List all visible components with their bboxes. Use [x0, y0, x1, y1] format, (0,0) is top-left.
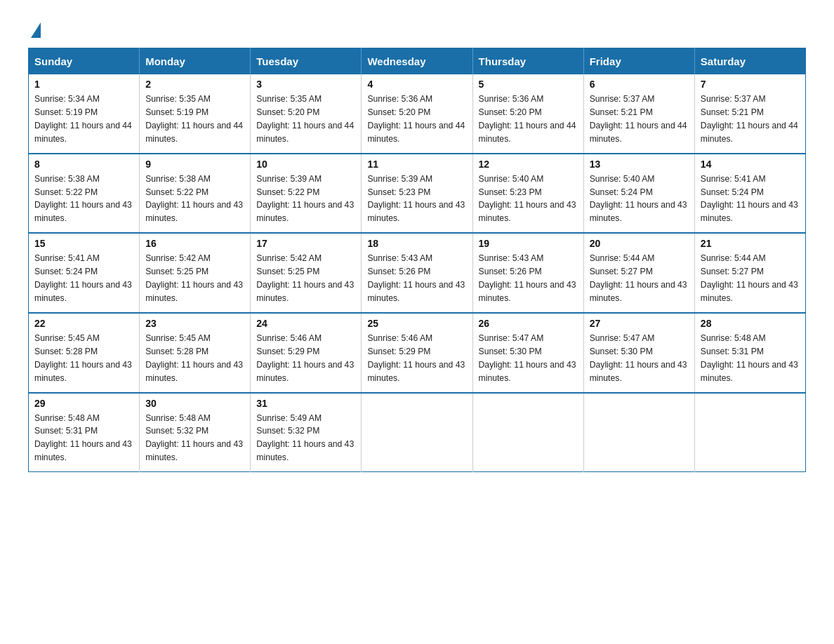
day-info: Sunrise: 5:38 AMSunset: 5:22 PMDaylight:…: [34, 173, 133, 226]
calendar-day-cell: 28 Sunrise: 5:48 AMSunset: 5:31 PMDaylig…: [694, 313, 805, 393]
calendar-day-cell: 19 Sunrise: 5:43 AMSunset: 5:26 PMDaylig…: [472, 233, 583, 313]
calendar-header-thursday: Thursday: [472, 48, 583, 75]
calendar-day-cell: 25 Sunrise: 5:46 AMSunset: 5:29 PMDaylig…: [362, 313, 472, 393]
calendar-day-cell: 5 Sunrise: 5:36 AMSunset: 5:20 PMDayligh…: [472, 74, 583, 154]
day-info: Sunrise: 5:45 AMSunset: 5:28 PMDaylight:…: [34, 332, 133, 385]
day-info: Sunrise: 5:39 AMSunset: 5:23 PMDaylight:…: [367, 173, 466, 226]
day-number: 13: [590, 159, 689, 170]
day-number: 11: [367, 159, 466, 170]
day-number: 29: [34, 398, 133, 409]
day-number: 6: [590, 79, 689, 90]
day-info: Sunrise: 5:34 AMSunset: 5:19 PMDaylight:…: [34, 93, 133, 146]
calendar-header-monday: Monday: [140, 48, 251, 75]
day-info: Sunrise: 5:48 AMSunset: 5:31 PMDaylight:…: [34, 412, 133, 465]
day-number: 8: [34, 159, 133, 170]
day-info: Sunrise: 5:41 AMSunset: 5:24 PMDaylight:…: [701, 173, 800, 226]
day-info: Sunrise: 5:41 AMSunset: 5:24 PMDaylight:…: [34, 252, 133, 305]
calendar-week-row: 1 Sunrise: 5:34 AMSunset: 5:19 PMDayligh…: [29, 74, 806, 154]
calendar-day-cell: 3 Sunrise: 5:35 AMSunset: 5:20 PMDayligh…: [251, 74, 362, 154]
calendar-day-cell: 31 Sunrise: 5:49 AMSunset: 5:32 PMDaylig…: [251, 393, 362, 472]
calendar-day-cell: 14 Sunrise: 5:41 AMSunset: 5:24 PMDaylig…: [694, 154, 805, 234]
logo-triangle-icon: [31, 22, 41, 38]
calendar-day-cell: 6 Sunrise: 5:37 AMSunset: 5:21 PMDayligh…: [583, 74, 694, 154]
calendar-day-cell: 1 Sunrise: 5:34 AMSunset: 5:19 PMDayligh…: [29, 74, 140, 154]
day-number: 31: [256, 398, 355, 409]
day-info: Sunrise: 5:42 AMSunset: 5:25 PMDaylight:…: [256, 252, 355, 305]
day-number: 1: [34, 79, 133, 90]
calendar-header-tuesday: Tuesday: [251, 48, 362, 75]
day-number: 25: [367, 318, 466, 329]
day-info: Sunrise: 5:46 AMSunset: 5:29 PMDaylight:…: [367, 332, 466, 385]
calendar-day-cell: 30 Sunrise: 5:48 AMSunset: 5:32 PMDaylig…: [140, 393, 251, 472]
day-info: Sunrise: 5:43 AMSunset: 5:26 PMDaylight:…: [479, 252, 578, 305]
calendar-table: SundayMondayTuesdayWednesdayThursdayFrid…: [28, 48, 806, 472]
day-info: Sunrise: 5:36 AMSunset: 5:20 PMDaylight:…: [479, 93, 578, 146]
calendar-day-cell: [472, 393, 583, 472]
day-number: 19: [479, 238, 578, 249]
day-info: Sunrise: 5:48 AMSunset: 5:31 PMDaylight:…: [701, 332, 800, 385]
day-number: 27: [590, 318, 689, 329]
calendar-day-cell: 4 Sunrise: 5:36 AMSunset: 5:20 PMDayligh…: [362, 74, 472, 154]
day-info: Sunrise: 5:35 AMSunset: 5:20 PMDaylight:…: [256, 93, 355, 146]
day-number: 12: [479, 159, 578, 170]
day-number: 9: [145, 159, 244, 170]
calendar-day-cell: [362, 393, 472, 472]
calendar-day-cell: 17 Sunrise: 5:42 AMSunset: 5:25 PMDaylig…: [251, 233, 362, 313]
calendar-day-cell: 2 Sunrise: 5:35 AMSunset: 5:19 PMDayligh…: [140, 74, 251, 154]
page-header: [28, 21, 806, 34]
day-number: 17: [256, 238, 355, 249]
day-info: Sunrise: 5:39 AMSunset: 5:22 PMDaylight:…: [256, 173, 355, 226]
calendar-week-row: 15 Sunrise: 5:41 AMSunset: 5:24 PMDaylig…: [29, 233, 806, 313]
day-info: Sunrise: 5:47 AMSunset: 5:30 PMDaylight:…: [479, 332, 578, 385]
day-number: 7: [701, 79, 800, 90]
day-info: Sunrise: 5:47 AMSunset: 5:30 PMDaylight:…: [590, 332, 689, 385]
day-number: 30: [145, 398, 244, 409]
day-info: Sunrise: 5:43 AMSunset: 5:26 PMDaylight:…: [367, 252, 466, 305]
logo: [28, 21, 41, 34]
calendar-day-cell: 13 Sunrise: 5:40 AMSunset: 5:24 PMDaylig…: [583, 154, 694, 234]
calendar-day-cell: 8 Sunrise: 5:38 AMSunset: 5:22 PMDayligh…: [29, 154, 140, 234]
calendar-day-cell: 7 Sunrise: 5:37 AMSunset: 5:21 PMDayligh…: [694, 74, 805, 154]
calendar-header-saturday: Saturday: [694, 48, 805, 75]
day-number: 23: [145, 318, 244, 329]
day-info: Sunrise: 5:37 AMSunset: 5:21 PMDaylight:…: [590, 93, 689, 146]
calendar-header-wednesday: Wednesday: [362, 48, 472, 75]
calendar-day-cell: [583, 393, 694, 472]
calendar-day-cell: 26 Sunrise: 5:47 AMSunset: 5:30 PMDaylig…: [472, 313, 583, 393]
day-info: Sunrise: 5:46 AMSunset: 5:29 PMDaylight:…: [256, 332, 355, 385]
day-info: Sunrise: 5:49 AMSunset: 5:32 PMDaylight:…: [256, 412, 355, 465]
day-number: 20: [590, 238, 689, 249]
day-info: Sunrise: 5:35 AMSunset: 5:19 PMDaylight:…: [145, 93, 244, 146]
calendar-day-cell: [694, 393, 805, 472]
calendar-header-friday: Friday: [583, 48, 694, 75]
calendar-day-cell: 22 Sunrise: 5:45 AMSunset: 5:28 PMDaylig…: [29, 313, 140, 393]
day-number: 21: [701, 238, 800, 249]
day-info: Sunrise: 5:44 AMSunset: 5:27 PMDaylight:…: [590, 252, 689, 305]
day-number: 24: [256, 318, 355, 329]
day-number: 14: [701, 159, 800, 170]
day-info: Sunrise: 5:38 AMSunset: 5:22 PMDaylight:…: [145, 173, 244, 226]
calendar-week-row: 29 Sunrise: 5:48 AMSunset: 5:31 PMDaylig…: [29, 393, 806, 472]
calendar-day-cell: 21 Sunrise: 5:44 AMSunset: 5:27 PMDaylig…: [694, 233, 805, 313]
day-number: 15: [34, 238, 133, 249]
day-info: Sunrise: 5:36 AMSunset: 5:20 PMDaylight:…: [367, 93, 466, 146]
day-info: Sunrise: 5:45 AMSunset: 5:28 PMDaylight:…: [145, 332, 244, 385]
calendar-header-sunday: Sunday: [29, 48, 140, 75]
calendar-day-cell: 10 Sunrise: 5:39 AMSunset: 5:22 PMDaylig…: [251, 154, 362, 234]
calendar-day-cell: 23 Sunrise: 5:45 AMSunset: 5:28 PMDaylig…: [140, 313, 251, 393]
day-number: 3: [256, 79, 355, 90]
day-number: 4: [367, 79, 466, 90]
day-number: 2: [145, 79, 244, 90]
calendar-week-row: 22 Sunrise: 5:45 AMSunset: 5:28 PMDaylig…: [29, 313, 806, 393]
calendar-day-cell: 27 Sunrise: 5:47 AMSunset: 5:30 PMDaylig…: [583, 313, 694, 393]
day-number: 26: [479, 318, 578, 329]
day-info: Sunrise: 5:37 AMSunset: 5:21 PMDaylight:…: [701, 93, 800, 146]
day-info: Sunrise: 5:40 AMSunset: 5:24 PMDaylight:…: [590, 173, 689, 226]
day-number: 28: [701, 318, 800, 329]
calendar-day-cell: 29 Sunrise: 5:48 AMSunset: 5:31 PMDaylig…: [29, 393, 140, 472]
day-info: Sunrise: 5:42 AMSunset: 5:25 PMDaylight:…: [145, 252, 244, 305]
calendar-day-cell: 9 Sunrise: 5:38 AMSunset: 5:22 PMDayligh…: [140, 154, 251, 234]
calendar-day-cell: 20 Sunrise: 5:44 AMSunset: 5:27 PMDaylig…: [583, 233, 694, 313]
calendar-day-cell: 11 Sunrise: 5:39 AMSunset: 5:23 PMDaylig…: [362, 154, 472, 234]
calendar-day-cell: 15 Sunrise: 5:41 AMSunset: 5:24 PMDaylig…: [29, 233, 140, 313]
